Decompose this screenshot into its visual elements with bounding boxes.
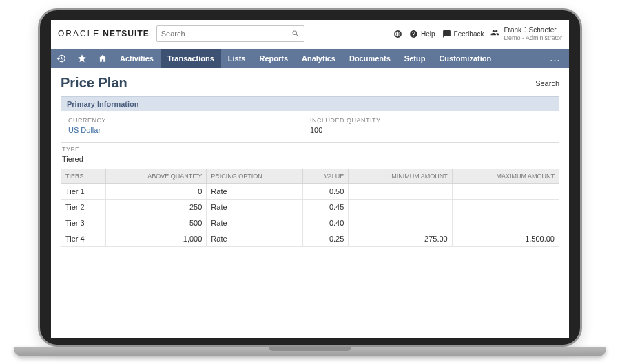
user-role: Demo - Administrator	[504, 34, 562, 41]
nav-recent-icon[interactable]	[51, 49, 72, 68]
table-row: Tier 1 0 Rate 0.50	[61, 184, 559, 200]
logo-netsuite: NETSUITE	[103, 29, 149, 39]
nav-item-documents[interactable]: Documents	[342, 49, 397, 68]
currency-value[interactable]: US Dollar	[68, 126, 310, 134]
user-menu[interactable]: Frank J Schaefer Demo - Administrator	[490, 26, 562, 41]
laptop-frame: ORACLE NETSUITE Help Feedback	[38, 8, 582, 347]
help-label: Help	[421, 30, 435, 38]
search-input[interactable]	[161, 30, 291, 38]
global-search[interactable]	[156, 25, 304, 42]
laptop-base	[14, 347, 606, 356]
user-icon	[490, 28, 499, 40]
feedback-icon	[442, 30, 451, 39]
search-icon	[291, 30, 300, 38]
globe-icon	[393, 30, 402, 39]
page-body: Price Plan Search Primary Information CU…	[51, 68, 569, 247]
logo-oracle: ORACLE	[58, 29, 100, 39]
primary-info-body: CURRENCY US Dollar INCLUDED QUANTITY 100	[61, 111, 559, 143]
table-row: Tier 2 250 Rate 0.45	[61, 200, 559, 215]
included-qty-label: INCLUDED QUANTITY	[310, 117, 552, 124]
th-minimum-amount: MINIMUM AMOUNT	[349, 169, 452, 184]
tiers-table: TIERS ABOVE QUANTITY PRICING OPTION VALU…	[61, 169, 559, 247]
user-name: Frank J Schaefer	[504, 26, 562, 34]
included-qty-value: 100	[310, 126, 552, 134]
nav-item-setup[interactable]: Setup	[397, 49, 433, 68]
th-maximum-amount: MAXIMUM AMOUNT	[452, 169, 559, 184]
feedback-label: Feedback	[454, 30, 484, 38]
nav-item-customization[interactable]: Customization	[432, 49, 498, 68]
table-row: Tier 3 500 Rate 0.40	[61, 215, 559, 231]
th-pricing-option: PRICING OPTION	[207, 169, 302, 184]
nav-home-icon[interactable]	[92, 49, 113, 68]
page-title: Price Plan	[61, 75, 127, 91]
help-link[interactable]: Help	[409, 30, 435, 39]
feedback-link[interactable]: Feedback	[442, 30, 484, 39]
nav-item-analytics[interactable]: Analytics	[295, 49, 342, 68]
nav-item-activities[interactable]: Activities	[113, 49, 161, 68]
top-header: ORACLE NETSUITE Help Feedback	[51, 20, 569, 49]
primary-info-header: Primary Information	[61, 96, 559, 111]
nav-item-reports[interactable]: Reports	[252, 49, 295, 68]
nav-overflow[interactable]: ...	[542, 54, 569, 63]
th-above-quantity: ABOVE QUANTITY	[105, 169, 207, 184]
language-switcher[interactable]	[393, 30, 402, 39]
currency-label: CURRENCY	[68, 117, 310, 124]
nav-item-lists[interactable]: Lists	[221, 49, 253, 68]
logo: ORACLE NETSUITE	[58, 29, 149, 39]
nav-item-transactions[interactable]: Transactions	[161, 49, 221, 68]
table-row: Tier 4 1,000 Rate 0.25 275.00 1,500.00	[61, 231, 559, 247]
type-label: TYPE	[62, 146, 558, 153]
type-value: Tiered	[62, 155, 558, 163]
nav-favorites-icon[interactable]	[72, 49, 92, 68]
page-search-link[interactable]: Search	[535, 79, 559, 87]
main-nav: Activities Transactions Lists Reports An…	[51, 49, 569, 68]
th-tiers: TIERS	[61, 169, 106, 184]
th-value: VALUE	[302, 169, 349, 184]
app-screen: ORACLE NETSUITE Help Feedback	[51, 20, 569, 338]
help-icon	[409, 30, 418, 39]
table-header-row: TIERS ABOVE QUANTITY PRICING OPTION VALU…	[61, 169, 559, 184]
